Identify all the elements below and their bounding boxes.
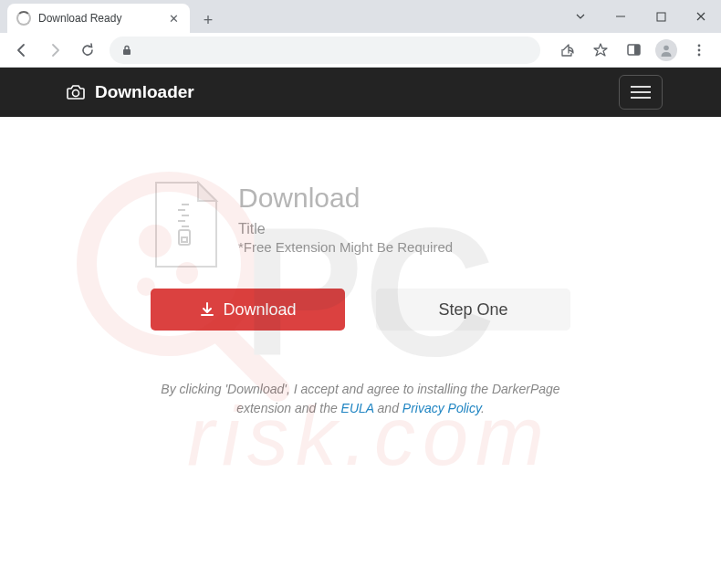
window-close-button[interactable] <box>681 3 721 30</box>
profile-button[interactable] <box>652 36 681 65</box>
window-minimize-button[interactable] <box>601 3 641 30</box>
brand-label: Downloader <box>95 82 194 102</box>
step-one-button[interactable]: Step One <box>376 289 570 331</box>
download-note: *Free Extension Might Be Required <box>238 239 570 255</box>
window-maximize-button[interactable] <box>641 3 681 30</box>
browser-titlebar: Download Ready ✕ + <box>0 0 721 33</box>
download-card: Download Title *Free Extension Might Be … <box>151 181 570 331</box>
svg-rect-1 <box>657 13 665 21</box>
address-bar[interactable] <box>110 37 540 64</box>
browser-tab[interactable]: Download Ready ✕ <box>7 4 190 33</box>
disclaimer-text: By clicking 'Download', I accept and agr… <box>141 380 580 418</box>
svg-point-16 <box>73 90 79 97</box>
avatar-icon <box>655 39 677 61</box>
hamburger-icon <box>631 86 651 88</box>
camera-icon <box>66 82 86 102</box>
navbar-toggle-button[interactable] <box>619 75 663 110</box>
svg-rect-2 <box>123 49 131 55</box>
step-one-label: Step One <box>438 300 507 320</box>
download-button-label: Download <box>223 300 296 320</box>
svg-point-6 <box>698 44 701 47</box>
tab-close-button[interactable]: ✕ <box>166 11 181 26</box>
svg-rect-4 <box>634 45 640 55</box>
download-heading: Download <box>238 183 570 214</box>
download-button[interactable]: Download <box>151 289 345 331</box>
browser-toolbar <box>0 33 721 68</box>
tab-title: Download Ready <box>38 12 159 25</box>
back-button[interactable] <box>7 36 37 65</box>
side-panel-button[interactable] <box>619 36 648 65</box>
site-navbar: Downloader <box>0 68 721 117</box>
zip-file-icon <box>151 181 222 270</box>
lock-icon <box>120 44 133 57</box>
share-button[interactable] <box>553 36 582 65</box>
download-icon <box>199 301 215 318</box>
loading-favicon-icon <box>16 11 31 26</box>
privacy-policy-link[interactable]: Privacy Policy <box>402 401 481 415</box>
download-subtitle: Title <box>238 221 570 237</box>
eula-link[interactable]: EULA <box>341 401 374 415</box>
main-content: Download Title *Free Extension Might Be … <box>0 117 721 588</box>
bookmark-button[interactable] <box>586 36 615 65</box>
forward-button[interactable] <box>40 36 69 65</box>
page-viewport: PC risk.com Downloader <box>0 68 721 588</box>
window-controls <box>560 0 721 33</box>
menu-button[interactable] <box>684 36 714 65</box>
reload-button[interactable] <box>73 36 102 65</box>
svg-point-5 <box>664 45 669 50</box>
brand[interactable]: Downloader <box>66 82 194 102</box>
svg-point-8 <box>698 53 701 56</box>
window-dropdown-button[interactable] <box>560 3 601 30</box>
svg-point-7 <box>698 48 701 51</box>
new-tab-button[interactable]: + <box>195 7 221 33</box>
